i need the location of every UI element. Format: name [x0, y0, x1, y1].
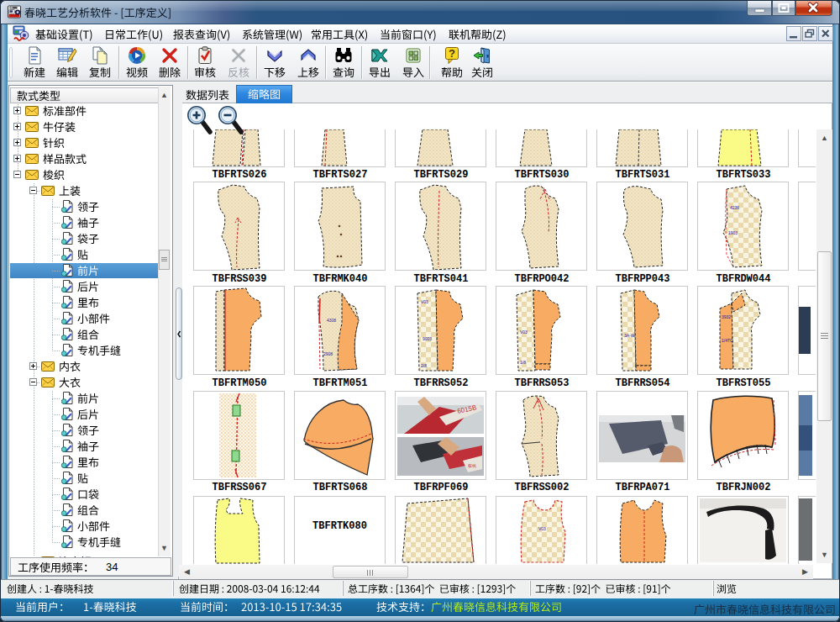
svg-text:V03: V03: [538, 526, 546, 531]
svg-text:4308: 4308: [327, 318, 336, 323]
svg-text:双线: 双线: [468, 463, 476, 468]
svg-text:4236: 4236: [730, 205, 739, 210]
svg-text:?: ?: [449, 47, 455, 60]
svg-text:9003: 9003: [423, 336, 432, 341]
svg-text:1/8: 1/8: [520, 360, 526, 365]
svg-text:2908: 2908: [323, 351, 333, 356]
svg-text:1/4TC: 1/4TC: [722, 338, 733, 343]
svg-text:3932: 3932: [722, 314, 731, 319]
svg-text:3A-W: 3A-W: [624, 333, 635, 338]
svg-text:2/8: 2/8: [421, 363, 427, 368]
svg-text:1903: 1903: [728, 230, 738, 235]
svg-text:V03: V03: [520, 329, 528, 335]
svg-text:V03: V03: [421, 299, 428, 304]
